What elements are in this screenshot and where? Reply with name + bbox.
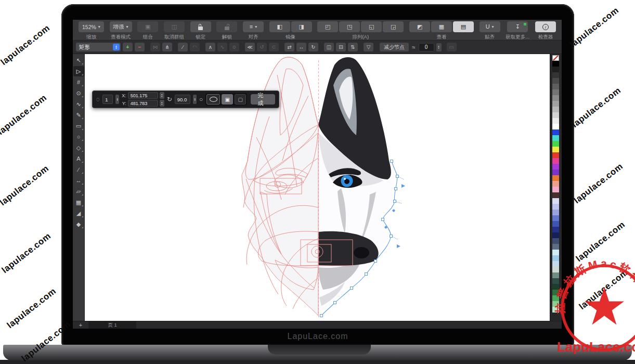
stretch-nodes-button[interactable]: ↔ [296, 43, 306, 51]
crop-tool[interactable]: # [73, 77, 84, 87]
color-swatch[interactable] [552, 198, 559, 204]
copies-stepper[interactable] [115, 95, 119, 104]
color-swatch[interactable] [552, 78, 559, 84]
view-grid-button[interactable]: ▦ [431, 21, 452, 32]
ellipse-tool[interactable]: ○ [73, 132, 84, 142]
y-input[interactable]: 481.783 [128, 100, 158, 107]
polygon-tool[interactable]: ◇ [73, 142, 84, 153]
color-swatch[interactable] [552, 141, 559, 147]
color-swatch[interactable] [552, 227, 559, 232]
arrange-to-front-button[interactable]: ◰ [317, 21, 338, 32]
ellipse-mode-button[interactable] [206, 94, 220, 105]
color-swatch[interactable] [552, 192, 559, 198]
color-swatch[interactable] [552, 221, 559, 227]
color-swatch[interactable] [552, 124, 559, 129]
color-swatch[interactable] [552, 72, 559, 78]
align-nodes-vertical-button[interactable]: ⊟ [336, 43, 346, 51]
snap-button[interactable]: U [480, 21, 500, 32]
done-button[interactable]: 完成 [251, 94, 275, 105]
angle-stepper[interactable] [193, 95, 197, 104]
reflect-nodes-button[interactable]: ⇄ [284, 43, 294, 51]
copies-input[interactable]: 1 [102, 95, 113, 104]
no-color-swatch[interactable] [552, 55, 559, 61]
distribute-nodes-button[interactable]: ⇅ [348, 43, 358, 51]
view-mode-dropdown[interactable]: 增强 [110, 21, 132, 32]
delete-node-button[interactable]: − [135, 43, 145, 51]
extract-subpath-button[interactable]: ⊂ [269, 43, 279, 51]
add-page-button[interactable]: + [73, 321, 88, 329]
drawing-canvas[interactable]: ◌ 1 X: 501.175 Y: 481.783 ↻ 90.0 [85, 54, 550, 321]
box-select-mode-button[interactable]: ▭ [447, 43, 457, 51]
x-stepper[interactable] [160, 92, 164, 99]
mirror-vertical-button[interactable]: ◨ [291, 21, 312, 32]
add-node-button[interactable]: + [123, 43, 133, 51]
color-swatch[interactable] [552, 152, 559, 158]
drop-shadow-tool[interactable]: ▱ [73, 186, 84, 197]
color-swatch[interactable] [552, 101, 559, 107]
ungroup-button[interactable]: ◫ [164, 21, 185, 32]
color-swatch[interactable] [552, 61, 559, 67]
reduce-nodes-button[interactable]: 减少节点 [380, 43, 409, 51]
node-type-select[interactable]: 矩形 [76, 43, 121, 51]
color-swatch[interactable] [552, 89, 559, 95]
line-tool[interactable]: ∕ [73, 164, 84, 175]
arrange-backward-button[interactable]: ◱ [361, 21, 382, 32]
smoothness-stepper[interactable] [436, 43, 442, 51]
color-swatch[interactable] [552, 187, 559, 192]
align-nodes-horizontal-button[interactable]: ◫ [324, 43, 334, 51]
color-swatch[interactable] [552, 67, 559, 72]
smooth-node-button[interactable]: ∿ [217, 43, 227, 51]
join-nodes-button[interactable]: ⋈ [150, 43, 160, 51]
symmetric-node-button[interactable]: ≎ [229, 43, 239, 51]
convert-to-line-button[interactable]: ∕ [178, 43, 188, 51]
arrange-to-back-button[interactable]: ◲ [383, 21, 404, 32]
color-swatch[interactable] [552, 112, 559, 118]
anchor-center-icon[interactable]: ○ [199, 96, 203, 102]
align-button[interactable]: ≡ [243, 21, 264, 32]
color-swatch[interactable] [552, 215, 559, 221]
unlock-button[interactable] [216, 21, 237, 32]
color-swatch[interactable] [552, 147, 559, 152]
inspector-button[interactable]: i [535, 21, 556, 32]
pattern-fill-tool[interactable]: ▦ [73, 197, 84, 207]
anchor-mode-button-2[interactable]: ▢ [235, 94, 246, 105]
color-swatch[interactable] [552, 95, 559, 101]
dimension-tool[interactable]: ↔ [73, 175, 84, 186]
color-swatch[interactable] [552, 164, 559, 170]
pick-tool[interactable]: ↖ [73, 55, 84, 66]
rectangle-tool[interactable]: ▭ [73, 121, 84, 131]
get-more-button[interactable]: ↧ [507, 21, 528, 32]
color-swatch[interactable] [552, 107, 559, 112]
color-swatch[interactable] [552, 204, 559, 210]
shape-tool[interactable]: ▷ [73, 66, 84, 76]
cusp-node-button[interactable]: ∧ [205, 43, 215, 51]
pen-tool[interactable]: ✎ [73, 110, 84, 120]
color-swatch[interactable] [552, 118, 559, 124]
combine-button[interactable]: ▣ [137, 21, 158, 32]
x-input[interactable]: 501.175 [128, 92, 158, 99]
anchor-mode-button-1[interactable]: ▣ [222, 94, 233, 105]
color-swatch[interactable] [552, 158, 559, 164]
color-swatch[interactable] [552, 170, 559, 175]
color-swatch[interactable] [552, 210, 559, 215]
reverse-direction-button[interactable]: ≪ [245, 43, 255, 51]
color-swatch[interactable] [552, 244, 559, 250]
color-swatch[interactable] [552, 175, 559, 181]
color-swatch[interactable] [552, 238, 559, 244]
convert-to-curve-button[interactable]: ◠ [190, 43, 200, 51]
angle-input[interactable]: 90.0 [175, 95, 191, 104]
text-tool[interactable]: A [73, 153, 84, 164]
view-guidelines-button[interactable]: ▤ [453, 21, 474, 32]
break-node-button[interactable]: ⋔ [162, 43, 172, 51]
smoothness-input[interactable]: 0 [419, 43, 434, 51]
view-rulers-button[interactable]: ◩ [409, 21, 430, 32]
eyedropper-tool[interactable]: ◢ [73, 208, 84, 218]
mirror-horizontal-button[interactable]: ◧ [269, 21, 290, 32]
color-swatch[interactable] [552, 135, 559, 141]
zoom-level-dropdown[interactable]: 152% [79, 21, 104, 32]
color-swatch[interactable] [552, 84, 559, 89]
page-tab[interactable]: 页 1 [88, 321, 136, 329]
freehand-tool[interactable]: ∿ [73, 99, 84, 109]
color-swatch[interactable] [552, 181, 559, 187]
lock-button[interactable] [190, 21, 211, 32]
